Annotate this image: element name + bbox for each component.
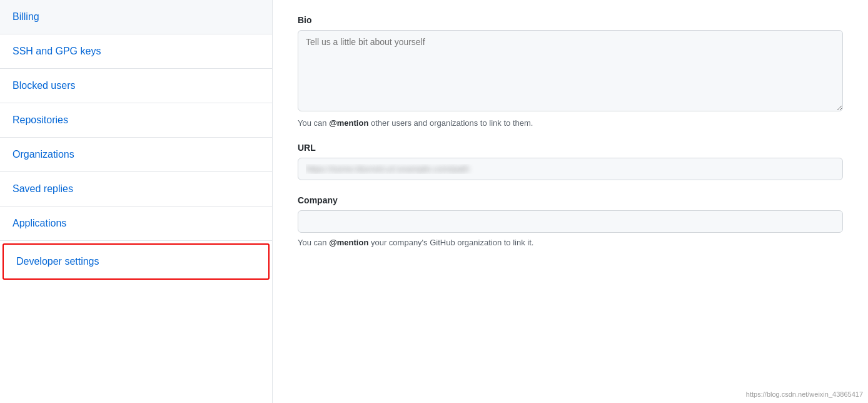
company-input[interactable] xyxy=(298,210,843,233)
sidebar-item-ssh-gpg-keys[interactable]: SSH and GPG keys xyxy=(0,34,272,69)
sidebar-item-saved-replies[interactable]: Saved replies xyxy=(0,172,272,207)
sidebar-item-blocked-users[interactable]: Blocked users xyxy=(0,69,272,103)
watermark: https://blog.csdn.net/weixin_43865417 xyxy=(746,390,863,398)
sidebar-item-billing[interactable]: Billing xyxy=(0,0,272,34)
company-hint: You can @mention your company's GitHub o… xyxy=(298,238,843,247)
sidebar-item-organizations[interactable]: Organizations xyxy=(0,138,272,172)
company-label: Company xyxy=(298,195,843,205)
url-section: URL xyxy=(298,143,843,180)
sidebar-item-applications[interactable]: Applications xyxy=(0,207,272,241)
sidebar-item-repositories[interactable]: Repositories xyxy=(0,103,272,138)
bio-hint: You can @mention other users and organiz… xyxy=(298,118,843,128)
bio-textarea[interactable] xyxy=(298,30,843,111)
main-content: Bio You can @mention other users and org… xyxy=(273,0,868,403)
company-section: Company You can @mention your company's … xyxy=(298,195,843,247)
url-label: URL xyxy=(298,143,843,153)
url-input[interactable] xyxy=(298,158,843,180)
bio-section: Bio You can @mention other users and org… xyxy=(298,15,843,128)
settings-sidebar: Billing SSH and GPG keys Blocked users R… xyxy=(0,0,273,403)
sidebar-item-developer-settings[interactable]: Developer settings xyxy=(3,243,270,280)
bio-label: Bio xyxy=(298,15,843,25)
